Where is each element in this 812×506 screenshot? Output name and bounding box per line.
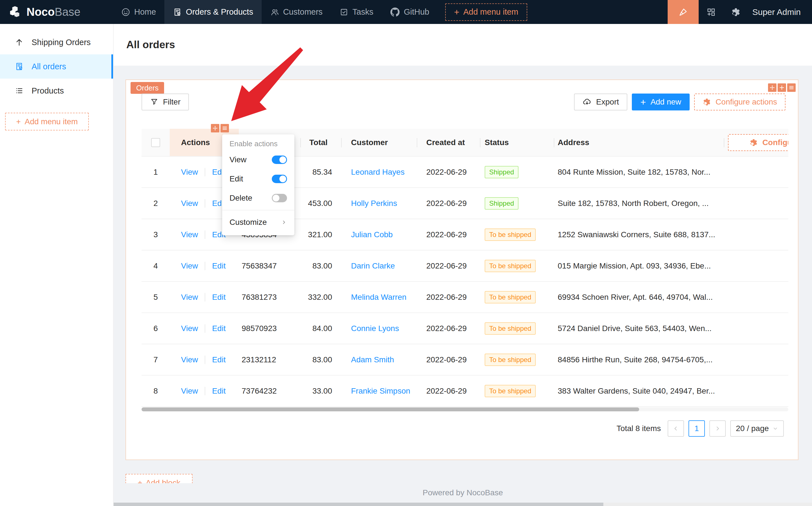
nav-item-tasks[interactable]: Tasks xyxy=(331,0,382,24)
created-at-cell: 2022-06-29 xyxy=(417,375,480,407)
nav-item-github[interactable]: GitHub xyxy=(382,0,438,24)
table-row[interactable]: 4 View Edit 75638347 83.00 Darin Clarke … xyxy=(142,250,788,282)
customer-link[interactable]: Connie Lyons xyxy=(351,324,399,333)
row-index-cell: 1 xyxy=(142,157,170,188)
nav-item-orders-products[interactable]: Orders & Products xyxy=(164,0,262,24)
menu-item-view[interactable]: View xyxy=(222,150,294,169)
sidebar-item-products[interactable]: Products xyxy=(0,79,113,103)
page-size-select[interactable]: 20 / page xyxy=(730,420,784,437)
created-at-cell: 2022-06-29 xyxy=(417,344,480,375)
prev-page-button[interactable] xyxy=(668,420,684,437)
select-all-checkbox[interactable] xyxy=(151,138,160,147)
configure-cell xyxy=(724,157,788,188)
created-at-cell: 2022-06-29 xyxy=(417,188,480,219)
current-page-button[interactable]: 1 xyxy=(688,420,705,437)
view-toggle[interactable] xyxy=(272,156,287,164)
configure-columns-label: Configure xyxy=(762,138,788,147)
created-at-header-cell[interactable]: Created at xyxy=(417,129,480,157)
customer-link[interactable]: Melinda Warren xyxy=(351,293,407,302)
table-scrollbar-track[interactable] xyxy=(142,407,788,411)
customer-link[interactable]: Leonard Hayes xyxy=(351,168,404,177)
configure-actions-button[interactable]: Configure actions xyxy=(694,94,786,110)
sidebar-item-all-orders[interactable]: All orders xyxy=(0,54,113,79)
view-link[interactable]: View xyxy=(181,199,198,208)
row-actions-cell: View Edit xyxy=(170,313,239,344)
customer-link[interactable]: Darin Clarke xyxy=(351,261,395,270)
add-block-icon[interactable] xyxy=(778,83,786,92)
sidebar-item-shipping-orders[interactable]: Shipping Orders xyxy=(0,30,113,54)
customer-header-cell[interactable]: Customer xyxy=(341,129,417,157)
delete-toggle[interactable] xyxy=(272,194,287,202)
status-header-cell[interactable]: Status xyxy=(480,129,554,157)
customer-link[interactable]: Adam Smith xyxy=(351,355,394,364)
view-link[interactable]: View xyxy=(181,261,198,270)
gear-icon xyxy=(731,7,741,17)
edit-link[interactable]: Edit xyxy=(212,355,226,364)
configure-cell xyxy=(724,219,788,250)
status-badge: To be shipped xyxy=(485,385,536,397)
gear-icon xyxy=(749,138,758,147)
link-divider xyxy=(205,262,205,270)
page-title: All orders xyxy=(126,39,175,51)
total-cell: 85.34 xyxy=(300,157,341,188)
row-index-cell: 4 xyxy=(142,250,170,282)
add-block-button[interactable]: + Add block xyxy=(126,474,193,483)
block-designer-toolbar xyxy=(768,83,796,92)
nav-item-label: Customers xyxy=(283,7,322,17)
block-menu-icon[interactable] xyxy=(787,83,796,92)
menu-item-edit[interactable]: Edit xyxy=(222,169,294,188)
menu-item-label: Edit xyxy=(229,174,243,183)
status-cell: To be shipped xyxy=(480,282,554,313)
table-row[interactable]: 6 View Edit 98570923 84.00 Connie Lyons … xyxy=(142,313,788,344)
page-scrollbar-thumb[interactable] xyxy=(114,503,603,506)
column-menu-icon[interactable] xyxy=(220,124,229,133)
page-scrollbar-track[interactable] xyxy=(114,503,812,506)
view-link[interactable]: View xyxy=(181,230,198,239)
nocobase-logo[interactable]: NocoBase xyxy=(0,6,113,19)
view-link[interactable]: View xyxy=(181,168,198,177)
export-button[interactable]: Export xyxy=(574,94,627,110)
status-badge: Shipped xyxy=(485,197,518,209)
plugin-manager-button[interactable] xyxy=(699,0,724,24)
filter-button[interactable]: Filter xyxy=(142,94,189,110)
nav-add-menu-item-button[interactable]: + Add menu item xyxy=(445,3,527,21)
column-drag-handle-icon[interactable] xyxy=(211,124,219,133)
customer-link[interactable]: Holly Perkins xyxy=(351,199,397,208)
nav-item-customers[interactable]: Customers xyxy=(262,0,331,24)
table-row[interactable]: 7 View Edit 23132112 83.00 Adam Smith 20… xyxy=(142,344,788,375)
menu-item-customize[interactable]: Customize xyxy=(222,213,294,232)
customer-link[interactable]: Frankie Simpson xyxy=(351,387,410,396)
edit-link[interactable]: Edit xyxy=(212,324,226,333)
pagination: Total 8 items 1 20 / page xyxy=(616,420,784,437)
nav-item-label: GitHub xyxy=(404,7,429,17)
row-index-cell: 2 xyxy=(142,188,170,219)
drag-handle-icon[interactable] xyxy=(768,83,777,92)
current-user-label[interactable]: Super Admin xyxy=(748,7,812,17)
ui-editor-button[interactable] xyxy=(668,0,699,24)
address-header-cell[interactable]: Address xyxy=(554,129,724,157)
add-new-button[interactable]: + Add new xyxy=(632,94,690,110)
nav-item-home[interactable]: Home xyxy=(113,0,164,24)
customer-link[interactable]: Julian Cobb xyxy=(351,230,393,239)
configure-columns-header-cell: Configure xyxy=(724,129,788,157)
view-link[interactable]: View xyxy=(181,387,198,396)
total-header-cell[interactable]: Total xyxy=(300,129,341,157)
view-link[interactable]: View xyxy=(181,355,198,364)
menu-item-delete[interactable]: Delete xyxy=(222,188,294,207)
view-link[interactable]: View xyxy=(181,324,198,333)
edit-link[interactable]: Edit xyxy=(212,293,226,302)
view-link[interactable]: View xyxy=(181,293,198,302)
powered-by-footer: Powered by NocoBase xyxy=(114,488,812,497)
next-page-button[interactable] xyxy=(710,420,726,437)
table-row[interactable]: 5 View Edit 76381273 332.00 Melinda Warr… xyxy=(142,282,788,313)
table-scrollbar-thumb[interactable] xyxy=(142,407,639,411)
edit-link[interactable]: Edit xyxy=(212,387,226,396)
edit-toggle[interactable] xyxy=(272,175,287,183)
settings-button[interactable] xyxy=(724,0,748,24)
plus-icon: + xyxy=(640,97,646,107)
block-collection-tag: Orders xyxy=(131,82,164,94)
sidebar-add-menu-item-button[interactable]: + Add menu item xyxy=(5,113,89,131)
edit-link[interactable]: Edit xyxy=(212,261,226,270)
configure-columns-button[interactable]: Configure xyxy=(728,134,788,151)
table-row[interactable]: 8 View Edit 73764232 33.00 Frankie Simps… xyxy=(142,375,788,407)
